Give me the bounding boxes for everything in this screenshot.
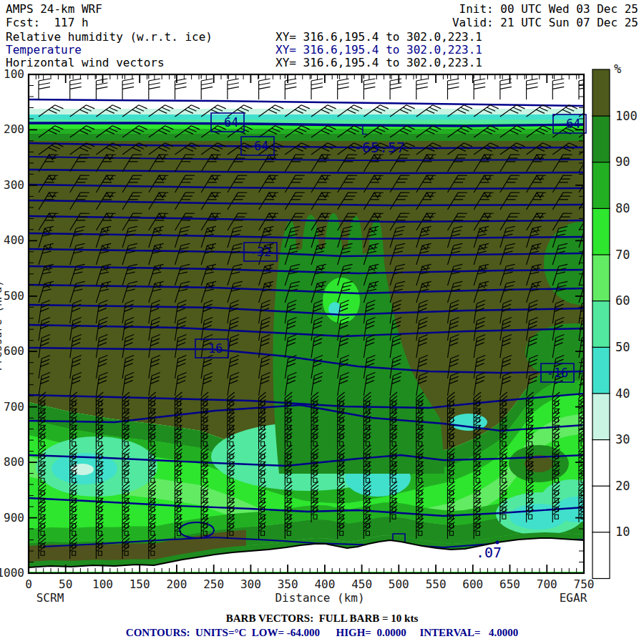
svg-text:100: 100 (92, 577, 113, 591)
field-label-wind: Horizontal wind vectors (6, 57, 165, 69)
forecast-hour: Fcst: 117 h (6, 16, 89, 29)
svg-text:Pressure (hPa): Pressure (hPa) (0, 280, 4, 371)
barb-legend: BARB VECTORS: FULL BARB = 10 kts (0, 613, 644, 625)
svg-text:-16: -16 (547, 366, 569, 380)
svg-text:-65.57: -65.57 (353, 139, 405, 156)
svg-text:-16: -16 (201, 341, 223, 356)
svg-text:EGAR: EGAR (560, 591, 587, 605)
svg-text:80: 80 (615, 201, 630, 215)
field-xy-rh: XY= 316.6,195.4 to 302.0,223.1 (275, 31, 482, 44)
model-title: AMPS 24-km WRF (6, 3, 102, 16)
svg-text:750: 750 (574, 577, 595, 591)
svg-text:150: 150 (130, 577, 150, 591)
svg-text:100: 100 (615, 109, 638, 123)
cross-section-plot: -64-64-64-32-16-16L-65.57.07100200300400… (0, 0, 644, 644)
colorbar-labels: 102030405060708090100% (614, 62, 638, 539)
svg-text:-64: -64 (247, 139, 269, 153)
svg-text:250: 250 (203, 577, 224, 591)
colorbar (592, 69, 610, 579)
svg-text:700: 700 (4, 400, 24, 414)
svg-text:-32: -32 (250, 245, 272, 259)
svg-text:-64: -64 (559, 117, 581, 131)
svg-text:350: 350 (278, 577, 298, 591)
svg-text:600: 600 (4, 344, 24, 358)
svg-text:50: 50 (615, 340, 630, 354)
svg-text:500: 500 (4, 289, 24, 303)
svg-text:300: 300 (4, 178, 24, 192)
svg-text:L: L (361, 125, 367, 137)
svg-text:%: % (614, 62, 621, 76)
svg-text:70: 70 (615, 248, 630, 262)
svg-text:200: 200 (4, 122, 24, 136)
svg-text:400: 400 (314, 577, 335, 591)
svg-text:20: 20 (615, 479, 630, 493)
svg-text:10: 10 (615, 525, 630, 539)
svg-text:500: 500 (389, 577, 409, 591)
svg-text:1000: 1000 (0, 566, 24, 580)
svg-text:-64: -64 (217, 115, 239, 130)
svg-text:90: 90 (615, 155, 630, 169)
plot-field (29, 58, 620, 573)
svg-text:200: 200 (166, 577, 187, 591)
svg-text:600: 600 (462, 577, 483, 591)
init-time: Init: 00 UTC Wed 03 Dec 25 (459, 3, 638, 16)
svg-text:60: 60 (615, 293, 630, 308)
contour-legend: CONTOURS: UNITS=°C LOW= -64.000 HIGH= 0.… (0, 627, 644, 639)
field-label-temperature: Temperature (6, 44, 82, 57)
svg-text:900: 900 (4, 511, 24, 525)
field-xy-wind: XY= 316.6,195.4 to 302.0,223.1 (275, 57, 482, 69)
svg-text:Distance (km): Distance (km) (275, 591, 364, 605)
svg-text:800: 800 (4, 455, 24, 469)
svg-text:0: 0 (25, 577, 32, 591)
svg-text:30: 30 (615, 432, 630, 447)
svg-text:650: 650 (499, 577, 520, 591)
svg-text:700: 700 (537, 577, 557, 591)
svg-text:550: 550 (426, 577, 447, 591)
svg-text:40: 40 (615, 386, 630, 401)
svg-text:300: 300 (240, 577, 261, 591)
svg-text:450: 450 (351, 577, 372, 591)
field-label-rh: Relative humidity (w.r.t. ice) (6, 31, 213, 44)
svg-text:SCRM: SCRM (36, 591, 64, 605)
svg-text:50: 50 (59, 577, 72, 591)
valid-time: Valid: 21 UTC Sun 07 Dec 25 (452, 16, 638, 29)
svg-text:.07: .07 (476, 544, 502, 561)
field-xy-temperature: XY= 316.6,195.4 to 302.0,223.1 (275, 44, 482, 57)
svg-text:400: 400 (4, 233, 24, 247)
